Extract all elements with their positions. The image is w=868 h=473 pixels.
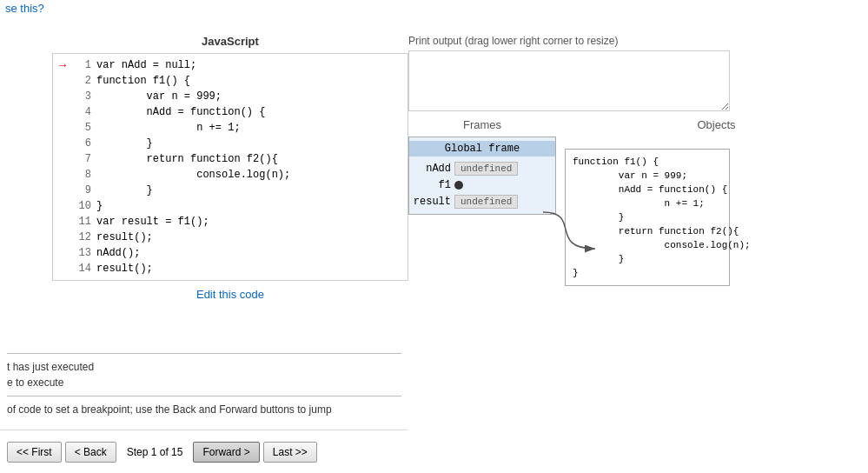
edit-this-code-link[interactable]: Edit this code [196, 288, 264, 301]
arrow-indicator-1: → [53, 57, 72, 73]
line-number-3: 3 [72, 89, 96, 104]
info-section: t has just executed e to execute of code… [0, 344, 408, 421]
code-line-10: 10} [53, 198, 407, 214]
code-line-1: →1var nAdd = null; [53, 57, 407, 73]
code-container: →1var nAdd = null;2function f1() {3 var … [52, 53, 408, 281]
code-line-8: 8 console.log(n); [53, 167, 407, 183]
line-code-14: result(); [96, 261, 407, 276]
line-code-8: console.log(n); [96, 167, 407, 183]
frames-objects-wrapper: Frames Global frame nAddundefinedf1resul… [408, 118, 868, 286]
line-code-7: return function f2(){ [96, 151, 407, 167]
frame-dot-f1 [454, 181, 463, 190]
step-label: Step 1 of 15 [127, 446, 183, 458]
line-number-10: 10 [72, 198, 96, 214]
line-number-1: 1 [72, 57, 96, 73]
left-panel: JavaScript →1var nAdd = null;2function f… [0, 35, 408, 473]
line-number-5: 5 [72, 120, 96, 136]
frame-row-f1: f1 [409, 177, 555, 193]
line-number-4: 4 [72, 104, 96, 120]
top-link[interactable]: se this? [5, 2, 44, 15]
frame-var-f1: f1 [413, 179, 451, 191]
code-title: JavaScript [52, 35, 408, 48]
objects-header: Objects [565, 118, 868, 131]
code-line-13: 13nAdd(); [53, 245, 407, 261]
frame-var-result: result [413, 196, 451, 208]
line-code-2: function f1() { [96, 73, 407, 89]
frame-row-result: resultundefined [409, 193, 555, 210]
code-section: JavaScript →1var nAdd = null;2function f… [52, 35, 408, 351]
frames-header: Frames [408, 118, 556, 131]
info-line-1: t has just executed [7, 359, 401, 375]
line-code-3: var n = 999; [96, 89, 407, 104]
object-code-box: function f1() { var n = 999; nAdd = func… [565, 149, 730, 286]
frame-val-nadd: undefined [454, 162, 518, 176]
back-button[interactable]: < Back [65, 442, 116, 463]
global-frame-title: Global frame [409, 141, 555, 157]
line-code-4: nAdd = function() { [96, 104, 407, 120]
frame-val-result: undefined [454, 195, 518, 209]
edit-link-container: Edit this code [52, 288, 408, 301]
code-line-9: 9 } [53, 183, 407, 198]
line-code-5: n += 1; [96, 120, 407, 136]
code-line-6: 6 } [53, 136, 407, 151]
first-button[interactable]: << First [7, 442, 62, 463]
line-number-11: 11 [72, 214, 96, 230]
forward-button[interactable]: Forward > [193, 442, 259, 463]
print-label: Print output (drag lower right corner to… [408, 35, 868, 47]
line-code-13: nAdd(); [96, 245, 407, 261]
line-code-1: var nAdd = null; [96, 57, 407, 73]
line-number-13: 13 [72, 245, 96, 261]
line-number-7: 7 [72, 151, 96, 167]
line-number-2: 2 [72, 73, 96, 89]
right-panel: Print output (drag lower right corner to… [408, 35, 868, 473]
code-line-5: 5 n += 1; [53, 120, 407, 136]
line-code-11: var result = f1(); [96, 214, 407, 230]
global-frame-box: Global frame nAddundefinedf1resultundefi… [408, 137, 556, 215]
line-number-14: 14 [72, 261, 96, 276]
objects-column: Objects function f1() { var n = 999; nAd… [556, 118, 868, 286]
code-line-11: 11var result = f1(); [53, 214, 407, 230]
line-number-9: 9 [72, 183, 96, 198]
info-line-3: of code to set a breakpoint; use the Bac… [7, 402, 401, 417]
code-line-14: 14result(); [53, 261, 407, 276]
code-line-12: 12result(); [53, 230, 407, 245]
divider-2 [7, 396, 401, 396]
line-code-6: } [96, 136, 407, 151]
line-number-8: 8 [72, 167, 96, 183]
frames-column: Frames Global frame nAddundefinedf1resul… [408, 118, 556, 286]
divider [7, 353, 401, 354]
print-output-box[interactable] [408, 50, 730, 111]
code-line-7: 7 return function f2(){ [53, 151, 407, 167]
frame-row-nadd: nAddundefined [409, 160, 555, 177]
code-line-4: 4 nAdd = function() { [53, 104, 407, 120]
code-line-3: 3 var n = 999; [53, 89, 407, 104]
frames-objects-section: Frames Global frame nAddundefinedf1resul… [408, 118, 868, 286]
info-line-2: e to execute [7, 375, 401, 390]
code-line-2: 2function f1() { [53, 73, 407, 89]
last-button[interactable]: Last >> [263, 442, 317, 463]
line-code-12: result(); [96, 230, 407, 245]
line-code-9: } [96, 183, 407, 198]
line-code-10: } [96, 198, 407, 214]
frame-var-nadd: nAdd [413, 163, 451, 175]
print-section: Print output (drag lower right corner to… [408, 35, 868, 111]
line-number-12: 12 [72, 230, 96, 245]
line-number-6: 6 [72, 136, 96, 151]
nav-bar: << First < Back Step 1 of 15 Forward > L… [0, 430, 408, 473]
